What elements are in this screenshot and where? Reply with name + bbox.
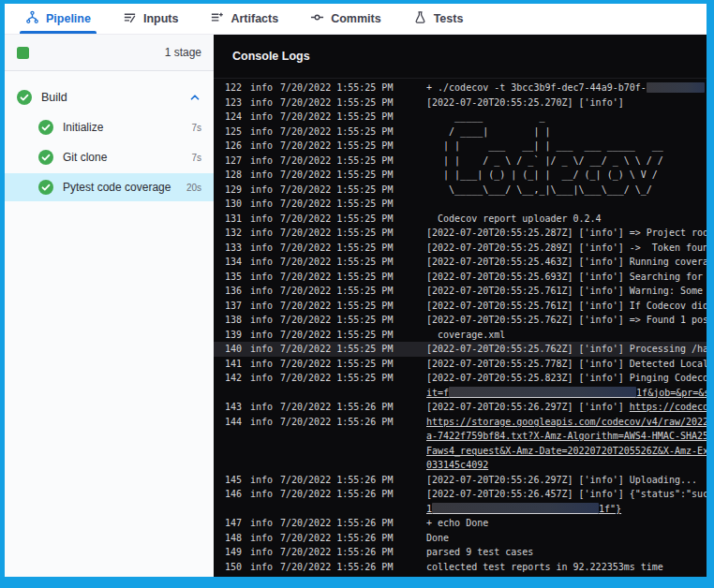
log-row: 150info7/20/2022 1:55:26 PMcollected tes…	[214, 560, 707, 575]
log-text: [2022-07-20T20:55:25.778Z] ['info'] Dete…	[426, 359, 707, 369]
log-message: + ./codecov -t 3bcc3b9f-dec7-44a9-b70f-	[426, 81, 707, 96]
log-row: 133info7/20/2022 1:55:25 PM[2022-07-20T2…	[214, 241, 707, 256]
log-level: info	[250, 357, 280, 372]
log-level: info	[250, 473, 280, 488]
chevron-up-icon[interactable]	[188, 91, 201, 104]
tab-commits[interactable]: Commits	[310, 4, 380, 34]
log-level: info	[250, 110, 280, 125]
log-text: [2022-07-20T20:55:25.463Z] ['info'] Runn…	[426, 257, 707, 267]
pipeline-window: PipelineInputsArtifactsCommitsTests 1 st…	[5, 4, 707, 577]
log-line-number: 137	[219, 299, 242, 314]
log-level: info	[250, 226, 280, 241]
log-line-number: 146	[219, 487, 242, 502]
log-line-number: 124	[219, 110, 242, 125]
log-text: [2022-07-20T20:55:26.457Z] ['info'] {"st…	[426, 489, 707, 499]
log-level: info	[250, 299, 280, 314]
tab-pipeline[interactable]: Pipeline	[25, 4, 91, 34]
check-circle-icon	[38, 150, 53, 165]
log-text: [2022-07-20T20:55:25.270Z] ['info']	[426, 97, 624, 108]
log-line-number: 132	[219, 226, 242, 241]
log-line-number: 122	[219, 81, 242, 96]
log-area[interactable]: 122info7/20/2022 1:55:25 PM+ ./codecov -…	[214, 79, 707, 577]
log-message: [2022-07-20T20:55:25.287Z] ['info'] => P…	[426, 226, 707, 241]
console-title: Console Logs	[232, 50, 310, 63]
log-link[interactable]: 1f"}	[599, 504, 621, 514]
redacted-text	[432, 503, 599, 514]
log-line-number: 133	[219, 241, 242, 256]
log-row: 134info7/20/2022 1:55:25 PM[2022-07-20T2…	[214, 255, 707, 270]
log-link[interactable]: https://storage.googleapis.com/codecov/v…	[426, 417, 707, 427]
log-link[interactable]: 1f&job=&pr=&se	[636, 388, 707, 398]
step-label: Git clone	[63, 151, 107, 164]
tab-label: Commits	[331, 12, 380, 25]
log-line-number: 145	[219, 473, 242, 488]
log-link[interactable]: Faws4_request&X-Amz-Date=20220720T205526…	[426, 446, 707, 456]
log-text: [2022-07-20T20:55:25.287Z] ['info'] => P…	[426, 228, 707, 238]
step-initialize[interactable]: Initialize7s	[5, 113, 214, 141]
tab-tests[interactable]: Tests	[413, 4, 464, 34]
stage-group-build[interactable]: Build	[5, 83, 214, 111]
tab-artifacts[interactable]: Artifacts	[210, 4, 278, 34]
log-row: 137info7/20/2022 1:55:25 PM[2022-07-20T2…	[214, 299, 707, 314]
tab-label: Inputs	[143, 12, 179, 25]
log-text: \_____\___/ \__,_|\___|\___\___/ \_/	[426, 184, 652, 195]
log-timestamp: 7/20/2022 1:55:26 PM	[280, 415, 426, 430]
log-row: 136info7/20/2022 1:55:25 PM[2022-07-20T2…	[214, 284, 707, 299]
log-timestamp: 7/20/2022 1:55:25 PM	[280, 168, 426, 183]
log-level: info	[250, 560, 280, 575]
log-timestamp	[280, 458, 426, 473]
step-pytest-code-coverage[interactable]: Pytest code coverage20s	[5, 173, 214, 201]
log-link[interactable]: https://codecov.io/	[630, 402, 707, 412]
log-row: 149info7/20/2022 1:55:26 PMparsed 9 test…	[214, 545, 707, 560]
log-line-number: 126	[219, 139, 242, 154]
log-text: Codecov report uploader 0.2.4	[426, 213, 602, 224]
log-text: | |___| (_) | (_| | __/ (_| (_) \ V /	[426, 169, 658, 180]
log-link[interactable]: 033145c4092	[426, 460, 488, 470]
stage-sidebar: 1 stage Build Initialize7sGit clone7sPyt…	[5, 35, 214, 577]
log-row-continuation: 11f"}	[214, 502, 707, 517]
log-line-number: 136	[219, 284, 242, 299]
log-row: 128info7/20/2022 1:55:25 PM | |___| (_) …	[214, 168, 707, 183]
log-text: / ____| | |	[426, 126, 550, 137]
tests-icon	[413, 10, 427, 27]
log-message: [2022-07-20T20:55:25.289Z] ['info'] -> T…	[426, 241, 707, 256]
log-timestamp: 7/20/2022 1:55:26 PM	[280, 516, 426, 531]
log-text: [2022-07-20T20:55:25.762Z] ['info'] => F…	[426, 315, 707, 325]
log-text: collected test reports in 92.222353ms ti…	[426, 562, 663, 572]
log-link[interactable]: it=f	[426, 388, 449, 398]
log-row: 145info7/20/2022 1:55:26 PM[2022-07-20T2…	[214, 473, 707, 488]
log-message: + echo Done	[426, 516, 707, 531]
log-message: [2022-07-20T20:55:26.297Z] ['info'] Uplo…	[426, 473, 707, 488]
tab-inputs[interactable]: Inputs	[123, 4, 179, 34]
log-level: info	[250, 284, 280, 299]
log-row: 146info7/20/2022 1:55:26 PM[2022-07-20T2…	[214, 487, 707, 502]
log-link[interactable]: a-7422f759bf84.txt?X-Amz-Algorithm=AWS4-…	[426, 431, 707, 441]
log-timestamp: 7/20/2022 1:55:26 PM	[280, 560, 426, 575]
log-message: [2022-07-20T20:55:25.761Z] ['info'] If C…	[426, 299, 707, 314]
log-line-number: 134	[219, 255, 242, 270]
log-text: [2022-07-20T20:55:26.297Z] ['info'] Uplo…	[426, 475, 697, 485]
log-timestamp: 7/20/2022 1:55:25 PM	[280, 241, 426, 256]
log-line-number	[219, 502, 242, 517]
log-message: parsed 9 test cases	[426, 545, 707, 560]
log-message: [2022-07-20T20:55:25.463Z] ['info'] Runn…	[426, 255, 707, 270]
log-level: info	[250, 183, 280, 198]
log-message: / ____| | |	[426, 125, 707, 140]
log-row-continuation: a-7422f759bf84.txt?X-Amz-Algorithm=AWS4-…	[214, 429, 707, 444]
log-timestamp: 7/20/2022 1:55:25 PM	[280, 371, 426, 386]
log-message: Faws4_request&X-Amz-Date=20220720T205526…	[426, 444, 707, 459]
log-line-number: 123	[219, 96, 242, 110]
log-message: | | / _ \ / _` |/ _ \/ __/ _ \ \ / /	[426, 154, 707, 169]
log-timestamp: 7/20/2022 1:55:25 PM	[280, 197, 426, 212]
tab-label: Pipeline	[46, 12, 91, 25]
log-line-number: 138	[219, 313, 242, 328]
log-level: info	[250, 212, 280, 227]
step-git-clone[interactable]: Git clone7s	[5, 143, 214, 171]
log-row: 147info7/20/2022 1:55:26 PM+ echo Done	[214, 516, 707, 531]
log-line-number: 125	[219, 125, 242, 140]
log-timestamp: 7/20/2022 1:55:25 PM	[280, 313, 426, 328]
top-nav: PipelineInputsArtifactsCommitsTests	[5, 4, 707, 35]
log-text: [2022-07-20T20:55:25.289Z] ['info'] -> T…	[426, 243, 707, 253]
log-row-continuation: it=f1f&job=&pr=&se	[214, 386, 707, 401]
log-line-number: 142	[219, 371, 242, 386]
